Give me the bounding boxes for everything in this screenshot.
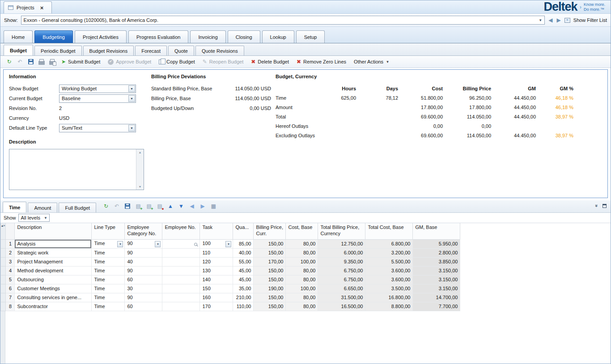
show-budget-select[interactable]: Working Budget▼ bbox=[59, 85, 136, 93]
outdent-button[interactable]: ◀ bbox=[187, 202, 196, 211]
row-number[interactable]: 8 bbox=[6, 302, 15, 311]
scrollbar[interactable]: ▲ ▼ bbox=[136, 149, 144, 190]
close-icon[interactable]: × bbox=[40, 5, 44, 11]
cell-qty[interactable]: 210,00 bbox=[233, 293, 254, 302]
cell-task[interactable]: 130 bbox=[200, 266, 233, 275]
cell-emp_cat[interactable]: ▾90 bbox=[125, 239, 162, 248]
row-selector[interactable] bbox=[1, 266, 6, 275]
cell-qty[interactable]: 35,00 bbox=[233, 284, 254, 293]
filter-combo[interactable]: Exxon - General consulting (1020005), Ba… bbox=[21, 16, 545, 25]
scroll-down-icon[interactable]: ▼ bbox=[139, 185, 142, 188]
delete-line-button[interactable]: ▤● bbox=[155, 202, 164, 211]
chevron-down-icon[interactable]: ▾ bbox=[225, 241, 231, 247]
row-selector[interactable] bbox=[1, 293, 6, 302]
undo-button[interactable]: ↶ bbox=[15, 57, 25, 67]
col-header-gm-base[interactable]: GM, Base bbox=[413, 223, 460, 239]
move-up-button[interactable]: ▲ bbox=[166, 202, 175, 211]
cell-line_type[interactable]: Time bbox=[92, 248, 125, 257]
cell-description[interactable]: Method development bbox=[15, 266, 92, 275]
cell-emp_no[interactable] bbox=[162, 257, 200, 266]
refresh-button[interactable]: ↻ bbox=[4, 57, 14, 67]
cell-emp_no[interactable] bbox=[162, 266, 200, 275]
cell-qty[interactable]: 40,00 bbox=[233, 248, 254, 257]
row-selector[interactable] bbox=[1, 284, 6, 293]
chevron-down-icon[interactable]: ▼ bbox=[128, 85, 135, 92]
search-icon[interactable] bbox=[194, 243, 197, 246]
row-selector[interactable] bbox=[1, 239, 6, 248]
current-budget-select[interactable]: Baseline▼ bbox=[59, 94, 136, 103]
delete-budget-button[interactable]: ✖Delete Budget bbox=[248, 58, 292, 65]
subtab-periodic-budget[interactable]: Periodic Budget bbox=[34, 46, 82, 55]
show-filter-list-label[interactable]: Show Filter List bbox=[573, 17, 607, 23]
subtab-budget-revisions[interactable]: Budget Revisions bbox=[83, 46, 134, 55]
copy-budget-button[interactable]: Copy Budget bbox=[156, 58, 198, 65]
cell-line_type[interactable]: ▾Time bbox=[92, 239, 125, 248]
refresh-button[interactable]: ↻ bbox=[102, 202, 110, 211]
cell-qty[interactable]: 45,00 bbox=[233, 266, 254, 275]
cell-emp_no[interactable] bbox=[162, 275, 200, 284]
row-number[interactable]: 7 bbox=[6, 293, 15, 302]
cell-description[interactable]: Customer Meetings bbox=[15, 284, 92, 293]
col-header-employee-no[interactable]: Employee No. bbox=[162, 223, 200, 239]
cell-description[interactable]: Consulting services in gene... bbox=[15, 293, 92, 302]
cell-emp_no[interactable] bbox=[162, 248, 200, 257]
row-number[interactable]: 5 bbox=[6, 275, 15, 284]
tab-setup[interactable]: Setup bbox=[296, 30, 325, 43]
submit-budget-button[interactable]: ➤Submit Budget bbox=[58, 58, 103, 65]
back-icon[interactable]: ◀ bbox=[548, 17, 553, 23]
row-selector[interactable] bbox=[1, 302, 6, 311]
col-header-total-billing-price-currency[interactable]: Total Billing Price, Currency bbox=[318, 223, 365, 239]
chevron-down-icon[interactable]: ▾ bbox=[155, 241, 161, 247]
undo-button[interactable]: ↶ bbox=[112, 202, 121, 211]
tab-progress-evaluation[interactable]: Progress Evaluation bbox=[128, 30, 188, 43]
workspace-tab-projects[interactable]: Projects × bbox=[4, 1, 52, 13]
table-layout-button[interactable]: ▦ bbox=[209, 202, 218, 211]
tab-invoicing[interactable]: Invoicing bbox=[190, 30, 225, 43]
cell-billing_price[interactable]: 150,00 bbox=[254, 248, 286, 257]
row-number[interactable]: 1 bbox=[6, 239, 15, 248]
chevron-down-icon[interactable]: ▼ bbox=[42, 215, 49, 221]
cell-cost_base[interactable]: 80,00 bbox=[286, 275, 318, 284]
cell-emp_cat[interactable]: 40 bbox=[125, 257, 162, 266]
default-line-type-select[interactable]: Sum/Text▼ bbox=[59, 124, 136, 132]
subtab-quote-revisions[interactable]: Quote Revisions bbox=[195, 46, 244, 55]
cell-cost_base[interactable]: 80,00 bbox=[286, 239, 318, 248]
col-header-line-type[interactable]: Line Type bbox=[92, 223, 125, 239]
cell-emp_cat[interactable]: 90 bbox=[125, 266, 162, 275]
cell-description[interactable]: Analysis bbox=[15, 239, 92, 248]
cell-cost_base[interactable]: 100,00 bbox=[286, 257, 318, 266]
restore-panel-icon[interactable] bbox=[603, 204, 607, 208]
cell-qty[interactable]: 85,00 bbox=[233, 239, 254, 248]
cell-cost_base[interactable]: 80,00 bbox=[286, 248, 318, 257]
cell-billing_price[interactable]: 170,00 bbox=[254, 257, 286, 266]
grid-tab-amount[interactable]: Amount bbox=[28, 203, 57, 212]
cell-description[interactable]: Outsourcing bbox=[15, 275, 92, 284]
cell-qty[interactable]: 55,00 bbox=[233, 257, 254, 266]
cell-description[interactable]: Strategic work bbox=[15, 248, 92, 257]
cell-task[interactable]: 160 bbox=[200, 293, 233, 302]
tab-budgeting[interactable]: Budgeting bbox=[34, 30, 73, 43]
row-number[interactable]: 2 bbox=[6, 248, 15, 257]
cell-line_type[interactable]: Time bbox=[92, 275, 125, 284]
cell-qty[interactable]: 110,00 bbox=[233, 302, 254, 311]
cell-cost_base[interactable]: 80,00 bbox=[286, 293, 318, 302]
cell-billing_price[interactable]: 150,00 bbox=[254, 266, 286, 275]
cell-cost_base[interactable]: 80,00 bbox=[286, 302, 318, 311]
cell-description[interactable]: Project Management bbox=[15, 257, 92, 266]
subtab-budget[interactable]: Budget bbox=[4, 45, 33, 55]
cell-emp_no[interactable] bbox=[162, 239, 200, 248]
cell-task[interactable]: ▾100 bbox=[200, 239, 233, 248]
row-selector[interactable] bbox=[1, 248, 6, 257]
chevron-down-icon[interactable]: ▾ bbox=[117, 241, 123, 247]
cell-line_type[interactable]: Time bbox=[92, 293, 125, 302]
show-filter-list-icon[interactable]: » bbox=[564, 18, 570, 23]
description-textarea[interactable]: ▲ ▼ bbox=[9, 149, 144, 190]
chevron-down-icon[interactable]: ▼ bbox=[128, 125, 135, 131]
cell-billing_price[interactable]: 190,00 bbox=[254, 284, 286, 293]
print-preview-button[interactable] bbox=[47, 57, 57, 67]
remove-zero-lines-button[interactable]: ✖Remove Zero Lines bbox=[293, 58, 349, 65]
cell-billing_price[interactable]: 150,00 bbox=[254, 302, 286, 311]
cell-line_type[interactable]: Time bbox=[92, 257, 125, 266]
cell-line_type[interactable]: Time bbox=[92, 302, 125, 311]
chevron-down-icon[interactable]: ▼ bbox=[537, 17, 543, 23]
